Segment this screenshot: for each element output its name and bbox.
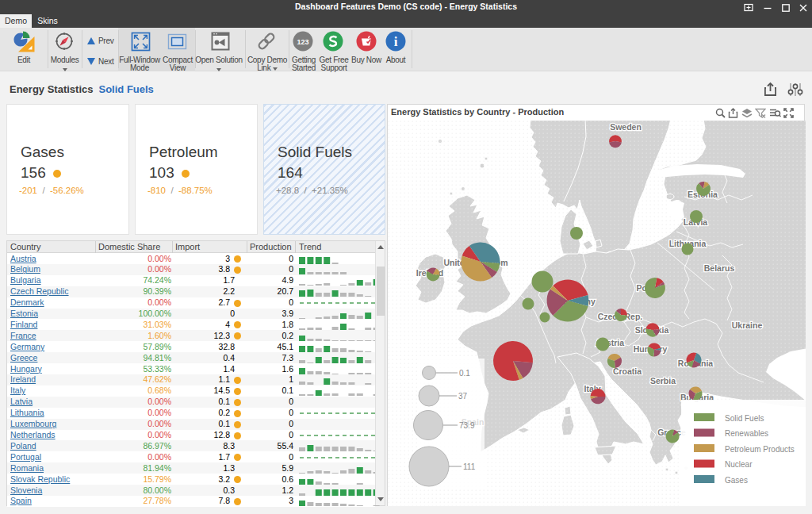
svg-text:Belarus: Belarus — [704, 263, 735, 273]
svg-text:Petroleum Products: Petroleum Products — [725, 445, 795, 454]
svg-text:i: i — [394, 34, 398, 49]
svg-text:Serbia: Serbia — [650, 376, 676, 386]
svg-text:0.1: 0.1 — [459, 369, 470, 378]
svg-text:Solid Fuels: Solid Fuels — [725, 414, 764, 423]
svg-text:Sweden: Sweden — [610, 122, 642, 132]
svg-text:Gases: Gases — [725, 476, 748, 485]
svg-text:Renewables: Renewables — [725, 429, 768, 438]
svg-text:123: 123 — [297, 38, 308, 46]
svg-text:73.9: 73.9 — [459, 421, 475, 430]
svg-text:Croatia: Croatia — [613, 366, 642, 376]
svg-text:Ukraine: Ukraine — [732, 320, 763, 330]
svg-text:111: 111 — [463, 462, 476, 471]
svg-text:37: 37 — [458, 392, 468, 401]
svg-text:Nuclear: Nuclear — [725, 460, 753, 469]
